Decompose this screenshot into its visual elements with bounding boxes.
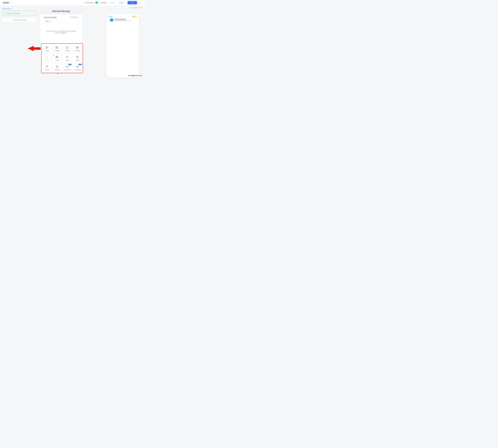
chat-subtitle: Normalmente responde al instante bbox=[114, 20, 131, 21]
cursor-icon: ➤ bbox=[57, 73, 58, 74]
chat-name: GCFAprendeLibre bbox=[114, 19, 131, 20]
tile-label: + Galería bbox=[74, 50, 81, 51]
tile-label: + Texto bbox=[44, 50, 50, 51]
tile-dynamic[interactable]: PRO+ Dinámico bbox=[72, 63, 82, 72]
clip-icon bbox=[45, 65, 49, 68]
disabled-label: Discapacitado bbox=[85, 2, 94, 3]
content-type-select[interactable]: Other 💡 ⌄ bbox=[44, 19, 79, 23]
tile-input[interactable]: PRO+ Entrada de bbox=[62, 63, 72, 72]
publish-button[interactable]: Publicar bbox=[128, 1, 137, 4]
hint-text: Use los botones a continuación para agre… bbox=[44, 30, 79, 34]
enable-toggle[interactable] bbox=[95, 2, 99, 4]
help-icon[interactable]: ? bbox=[10, 2, 12, 4]
svg-marker-0 bbox=[28, 46, 41, 51]
tile-label: + Dinámico bbox=[73, 69, 81, 71]
tile-label: + Entrada de bbox=[63, 69, 72, 71]
saved-status: ✓ Salvado bbox=[109, 2, 115, 3]
callout-arrow bbox=[28, 45, 41, 52]
tile-label: + Imagen bbox=[54, 50, 60, 51]
pro-badge: PRO bbox=[79, 64, 82, 65]
tile-label: + Lista bbox=[54, 59, 59, 61]
speaker-icon bbox=[66, 55, 69, 59]
tile-label: + OTNR bbox=[44, 59, 50, 61]
content-type-label: Tipo de contenido bbox=[44, 16, 57, 18]
phone-indicators: 📶 📶 🔋 bbox=[132, 16, 137, 17]
tile-delay[interactable]: + Retraso bbox=[52, 63, 62, 72]
tile-label: + Audio bbox=[64, 59, 70, 61]
watermark: edu.gcfglobal.org bbox=[128, 75, 142, 77]
content-tiles-highlight: + Texto+ Imagen+ Tarjeta+ Galería+ OTNR⚠… bbox=[41, 43, 83, 73]
play-icon bbox=[76, 55, 79, 59]
chevron-down-icon: ⌄ bbox=[76, 21, 77, 22]
table-icon bbox=[55, 55, 59, 59]
bell-icon bbox=[45, 55, 49, 59]
tile-image[interactable]: + Imagen bbox=[52, 44, 62, 53]
phone-time: 2:39 PM bbox=[108, 16, 113, 17]
tile-gallery[interactable]: + Galería bbox=[72, 44, 82, 53]
card-icon bbox=[66, 46, 69, 49]
warning-icon: ⚠ bbox=[53, 54, 54, 56]
chat-avatar bbox=[110, 18, 113, 22]
input-icon bbox=[66, 65, 69, 68]
enabled-label: Habilitado bbox=[101, 2, 107, 3]
page-title: Editar bbox=[3, 1, 9, 4]
panel-title: Welcome Message bbox=[40, 8, 82, 15]
image-icon bbox=[55, 46, 59, 49]
top-bar: Editar ? Discapacitado Habilitado ✓ Salv… bbox=[0, 0, 145, 5]
tile-label: + Tarjeta bbox=[64, 50, 70, 51]
back-icon[interactable]: ‹ bbox=[108, 19, 109, 21]
cloud-icon bbox=[76, 65, 79, 68]
select-value: Other 💡 bbox=[45, 21, 51, 22]
phone-preview: 2:39 PM 📶 📶 🔋 ‹ GCFAprendeLibre Normalme… bbox=[106, 14, 139, 78]
more-button[interactable]: ⋮ bbox=[139, 1, 142, 4]
clock-icon bbox=[55, 65, 59, 68]
tile-otnr: + OTNR bbox=[42, 54, 51, 63]
gallery-icon bbox=[76, 46, 79, 49]
step-welcome-message[interactable]: Welcome Message bbox=[2, 11, 36, 16]
tile-label: + Retraso bbox=[53, 69, 60, 71]
ai-generator-pill[interactable]: ⚡ AI Generador De Flujo bbox=[126, 6, 144, 9]
tile-file[interactable]: + Archivo bbox=[42, 63, 51, 72]
tile-label: + Archivo bbox=[44, 69, 50, 71]
about-link[interactable]: Acerca de ⓘ bbox=[70, 16, 79, 18]
step-label: Welcome Message bbox=[7, 13, 20, 14]
advance-button[interactable]: Avance bbox=[117, 1, 126, 4]
left-sidebar: Paso de inicio Welcome Message + Crear n… bbox=[2, 8, 36, 69]
section-label: Paso de inicio bbox=[2, 8, 36, 9]
tile-label: + Video bbox=[74, 59, 80, 61]
create-message-button[interactable]: + Crear nuevo mensaje bbox=[2, 18, 36, 22]
step-icon bbox=[4, 12, 6, 14]
tile-text[interactable]: + Texto bbox=[42, 44, 51, 53]
tile-card[interactable]: + Tarjeta bbox=[62, 44, 72, 53]
text-lines-icon bbox=[45, 46, 49, 49]
tile-audio[interactable]: + Audio bbox=[62, 54, 72, 63]
tile-video[interactable]: + Video bbox=[72, 54, 82, 63]
tile-list[interactable]: ⚠+ Lista bbox=[52, 54, 62, 63]
pro-badge: PRO bbox=[68, 64, 71, 65]
